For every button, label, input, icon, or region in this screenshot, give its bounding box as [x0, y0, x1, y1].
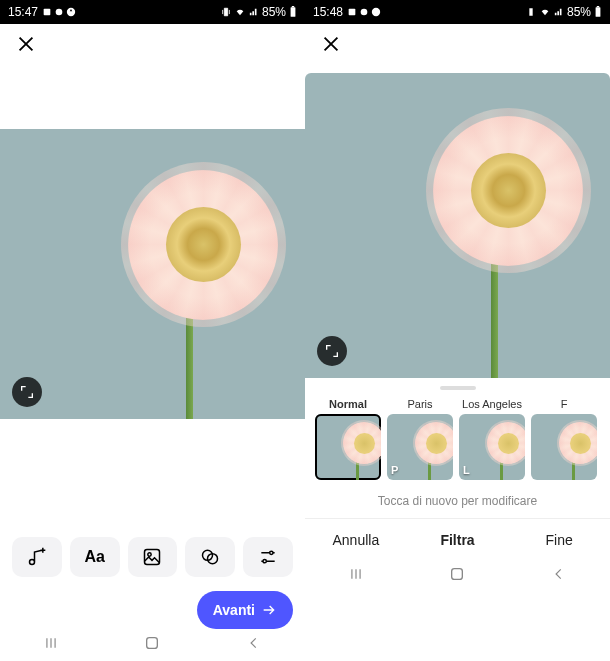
- status-bar: 15:47 85%: [0, 0, 305, 24]
- filter-label: Paris: [387, 398, 453, 410]
- next-button[interactable]: Avanti: [197, 591, 293, 629]
- adjust-button[interactable]: [243, 537, 293, 577]
- filter-more[interactable]: F: [531, 398, 597, 480]
- svg-rect-4: [145, 550, 160, 565]
- crop-button[interactable]: [317, 336, 347, 366]
- header: [0, 24, 305, 64]
- photo-preview: [305, 73, 610, 378]
- svg-rect-15: [452, 569, 463, 580]
- android-nav: [305, 560, 610, 592]
- status-battery: 85%: [567, 5, 591, 19]
- close-icon: [320, 33, 342, 55]
- home-icon: [144, 635, 160, 651]
- svg-rect-14: [597, 6, 599, 7]
- filter-panel: Normal Paris P Los Angeles L: [305, 378, 610, 560]
- screen-filter: 15:48 85%: [305, 0, 610, 661]
- tab-cancel[interactable]: Annulla: [305, 519, 407, 560]
- filter-hint: Tocca di nuovo per modificare: [305, 480, 610, 518]
- text-icon: Aa: [84, 548, 104, 566]
- next-row: Avanti: [0, 577, 305, 629]
- status-notification-icons: [347, 7, 381, 17]
- vibrate-icon: [221, 7, 231, 17]
- filter-label: F: [531, 398, 597, 410]
- filter-normal[interactable]: Normal: [315, 398, 381, 480]
- svg-rect-10: [147, 638, 158, 649]
- expand-icon: [19, 384, 35, 400]
- sticker-button[interactable]: [128, 537, 178, 577]
- back-button[interactable]: [242, 631, 266, 655]
- svg-rect-11: [349, 9, 356, 16]
- svg-point-1: [56, 9, 63, 16]
- bottom-tabs: Annulla Filtra Fine: [305, 518, 610, 560]
- wifi-icon: [539, 7, 551, 17]
- filter-thumb: [315, 414, 381, 480]
- recents-icon: [42, 636, 60, 650]
- image-icon: [142, 547, 162, 567]
- screen-edit: 15:47 85%: [0, 0, 305, 661]
- close-button[interactable]: [12, 30, 40, 58]
- header: [305, 24, 610, 64]
- svg-point-5: [148, 553, 151, 556]
- tab-filter[interactable]: Filtra: [407, 519, 509, 560]
- text-button[interactable]: Aa: [70, 537, 120, 577]
- back-icon: [247, 636, 261, 650]
- home-icon: [449, 566, 465, 582]
- status-battery: 85%: [262, 5, 286, 19]
- filter-badge: L: [463, 464, 470, 476]
- effects-button[interactable]: [185, 537, 235, 577]
- photo-preview: [0, 129, 305, 419]
- svg-point-12: [361, 9, 368, 16]
- home-button[interactable]: [140, 631, 164, 655]
- filter-los-angeles[interactable]: Los Angeles L: [459, 398, 525, 480]
- next-label: Avanti: [213, 602, 255, 618]
- close-button[interactable]: [317, 30, 345, 58]
- wifi-icon: [234, 7, 246, 17]
- svg-rect-3: [292, 6, 294, 7]
- status-time: 15:48: [313, 5, 343, 19]
- crop-button[interactable]: [12, 377, 42, 407]
- recents-icon: [347, 567, 365, 581]
- svg-rect-13: [596, 7, 601, 17]
- edit-toolbar: Aa: [0, 537, 305, 577]
- battery-icon: [289, 6, 297, 18]
- close-icon: [15, 33, 37, 55]
- vibrate-icon: [526, 7, 536, 17]
- filter-thumb: P: [387, 414, 453, 480]
- signal-icon: [249, 7, 259, 17]
- filter-thumb: [531, 414, 597, 480]
- recents-button[interactable]: [39, 631, 63, 655]
- filter-badge: P: [391, 464, 398, 476]
- tab-done[interactable]: Fine: [508, 519, 610, 560]
- sliders-icon: [258, 547, 278, 567]
- svg-point-9: [263, 560, 266, 563]
- filter-paris[interactable]: Paris P: [387, 398, 453, 480]
- svg-rect-0: [44, 9, 51, 16]
- status-notification-icons: [42, 7, 76, 17]
- status-time: 15:47: [8, 5, 38, 19]
- expand-icon: [324, 343, 340, 359]
- android-nav: [0, 629, 305, 661]
- arrow-right-icon: [261, 602, 277, 618]
- drag-handle[interactable]: [440, 386, 476, 390]
- music-plus-icon: [27, 547, 47, 567]
- filter-label: Normal: [315, 398, 381, 410]
- flower-image: [0, 129, 305, 419]
- signal-icon: [554, 7, 564, 17]
- filter-thumb: L: [459, 414, 525, 480]
- status-bar: 15:48 85%: [305, 0, 610, 24]
- filter-strip[interactable]: Normal Paris P Los Angeles L: [305, 398, 610, 480]
- home-button[interactable]: [445, 562, 469, 586]
- svg-point-8: [270, 551, 273, 554]
- overlap-icon: [200, 547, 220, 567]
- back-button[interactable]: [547, 562, 571, 586]
- flower-image: [305, 73, 610, 378]
- recents-button[interactable]: [344, 562, 368, 586]
- svg-rect-2: [291, 7, 296, 17]
- music-button[interactable]: [12, 537, 62, 577]
- back-icon: [552, 567, 566, 581]
- filter-label: Los Angeles: [459, 398, 525, 410]
- battery-icon: [594, 6, 602, 18]
